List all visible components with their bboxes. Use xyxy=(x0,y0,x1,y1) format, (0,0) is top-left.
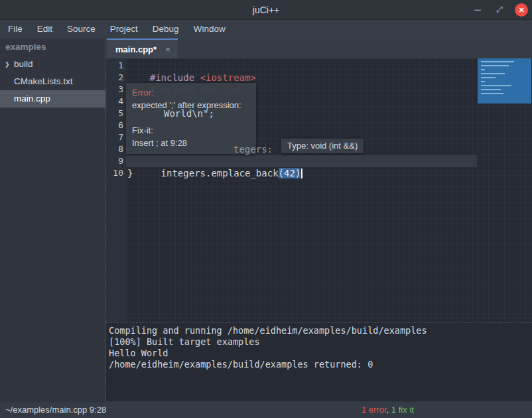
tabbar: main.cpp* × xyxy=(106,38,532,58)
tree-item-label: CMakeLists.txt xyxy=(14,73,73,90)
minimap-line xyxy=(481,81,485,82)
status-separator: , xyxy=(387,405,391,415)
terminal-line: Hello World xyxy=(109,348,532,359)
menubar: File Edit Source Project Debug Window xyxy=(0,20,532,38)
tab-close-icon[interactable]: × xyxy=(165,45,170,54)
line-number: 1 xyxy=(106,60,123,72)
line-number: 10 xyxy=(106,167,123,179)
terminal-line: [100%] Built target examples xyxy=(109,336,532,348)
output-terminal[interactable]: Compiling and running /home/eidheim/exam… xyxy=(106,322,532,401)
code-line-9: integers.emplace_back(42) xyxy=(127,155,302,167)
minimap-line xyxy=(481,93,503,94)
tab-label: main.cpp* xyxy=(115,44,157,54)
line-number: 3 xyxy=(106,84,123,96)
chevron-right-icon[interactable]: ❯ xyxy=(5,56,14,73)
menu-item-window[interactable]: Window xyxy=(186,20,233,38)
status-fixit-count: 1 fix it xyxy=(391,405,414,415)
sidebar-header: examples xyxy=(0,38,105,56)
file-tree-sidebar: examples ❯ build CMakeLists.txt main.cpp xyxy=(0,38,106,401)
code-line-1: #include <iostream> xyxy=(127,60,256,72)
line-number: 8 xyxy=(106,143,123,155)
tree-item-label: main.cpp xyxy=(14,90,50,107)
menu-item-debug[interactable]: Debug xyxy=(145,20,186,38)
menu-item-source[interactable]: Source xyxy=(60,20,103,38)
tree-item-cmakelists[interactable]: CMakeLists.txt xyxy=(0,73,105,90)
line-number: 5 xyxy=(106,107,123,119)
line-number: 6 xyxy=(106,119,123,131)
restore-button[interactable]: ⤢ xyxy=(493,3,506,17)
tab-main-cpp[interactable]: main.cpp* × xyxy=(107,38,178,58)
restore-icon: ⤢ xyxy=(496,5,503,14)
tree-item-main-cpp[interactable]: main.cpp xyxy=(0,90,105,107)
bracket-match-highlight: (42) xyxy=(279,168,301,178)
terminal-line: Compiling and running /home/eidheim/exam… xyxy=(109,325,532,336)
code-line-2: #include <vector> xyxy=(127,72,245,84)
window-title: juCi++ xyxy=(253,5,279,15)
minimize-button[interactable]: ─ xyxy=(471,3,484,17)
line-number-gutter: 1 2 3 4 5 6 7 8 9 10 xyxy=(106,58,126,322)
titlebar: juCi++ ─ ⤢ ✕ xyxy=(0,0,532,20)
minimap-line xyxy=(481,89,501,90)
close-button[interactable]: ✕ xyxy=(515,3,528,17)
code-line-10: } xyxy=(127,167,133,179)
minimap-line xyxy=(481,61,514,62)
menu-item-project[interactable]: Project xyxy=(103,20,145,38)
status-diagnostics: 1 error, 1 fix it xyxy=(362,401,414,418)
fixit-text: Insert ; at 9:28 xyxy=(132,137,250,149)
line-number: 2 xyxy=(106,72,123,84)
tree-item-label: build xyxy=(14,56,33,73)
minimap-line xyxy=(481,65,509,66)
minimap-line xyxy=(481,69,485,70)
minimap-line xyxy=(481,73,505,74)
type-tooltip: Type: void (int &&) xyxy=(281,139,364,153)
statusbar: ~/examples/main.cpp 9:28 1 error, 1 fix … xyxy=(0,401,532,418)
menu-item-edit[interactable]: Edit xyxy=(30,20,60,38)
menu-item-file[interactable]: File xyxy=(1,20,30,38)
tree-item-build[interactable]: ❯ build xyxy=(0,56,105,73)
status-file-location: ~/examples/main.cpp 9:28 xyxy=(5,401,106,418)
close-icon: ✕ xyxy=(518,6,524,14)
minimap[interactable] xyxy=(478,58,531,104)
error-tooltip-title: Error: xyxy=(132,86,250,99)
code-expression: integers.emplace_back xyxy=(150,168,279,178)
minimap-line xyxy=(481,85,511,86)
fixit-label: Fix-it: xyxy=(132,124,250,137)
terminal-line: /home/eidheim/examples/build/examples re… xyxy=(109,359,532,370)
line-number: 7 xyxy=(106,131,123,143)
text-cursor xyxy=(301,169,302,178)
line-number: 9 xyxy=(106,155,123,167)
line-number: 4 xyxy=(106,96,123,107)
minimize-icon: ─ xyxy=(474,5,480,15)
minimap-line xyxy=(481,77,496,78)
code-line-8-fragment: tegers: xyxy=(233,143,273,155)
code-line-5-fragment: World\n"; xyxy=(164,107,214,119)
status-error-count: 1 error xyxy=(362,405,387,415)
